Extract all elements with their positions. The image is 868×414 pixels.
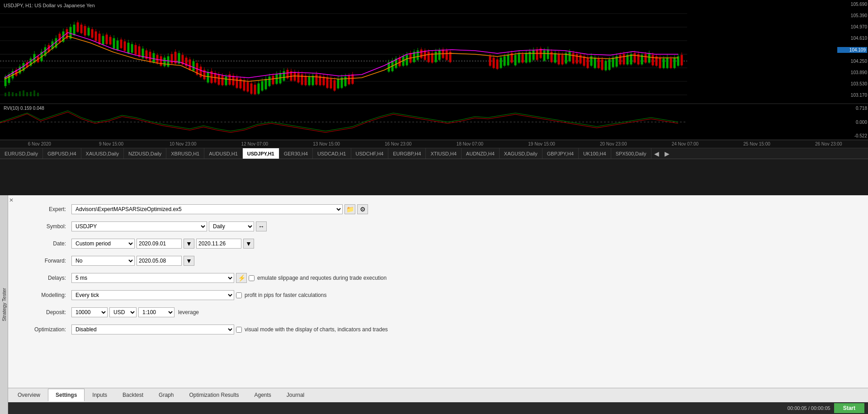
side-label-text: Strategy Tester [1, 288, 7, 321]
sym-tab-usdchf[interactable]: USDCHF,H4 [351, 148, 389, 159]
optimization-select[interactable]: Disabled Slow complete algorithm Fast ge… [71, 325, 234, 334]
symbol-row: Symbol: USDJPY Daily H1 H4 M1 M5 M15 M [26, 221, 850, 231]
sym-tab-gbpusd[interactable]: GBPUSD,H4 [43, 148, 81, 159]
emulate-slippage-checkbox[interactable] [249, 275, 255, 281]
tab-settings[interactable]: Settings [48, 389, 85, 401]
sym-tab-xauusd[interactable]: XAUUSD,Daily [81, 148, 124, 159]
sym-tab-xtiusd[interactable]: XTIUSD,H4 [426, 148, 461, 159]
symbol-sync-button[interactable]: ↔ [256, 221, 267, 231]
sym-tab-eurusd[interactable]: EURUSD,Daily [0, 148, 43, 159]
tester-inner: ✕ Expert: Advisors\ExpertMAPSARSizeOptim… [8, 195, 868, 402]
sym-tab-ger30[interactable]: GER30,H4 [279, 148, 313, 159]
sym-tab-gbpjpy[interactable]: GBPJPY,H4 [542, 148, 579, 159]
tester-content: ✕ Expert: Advisors\ExpertMAPSARSizeOptim… [8, 195, 868, 388]
deposit-label: Deposit: [26, 309, 71, 315]
profit-pips-label: profit in pips for faster calculations [245, 292, 326, 298]
forward-label: Forward: [26, 258, 71, 264]
svg-rect-355 [37, 93, 39, 96]
tab-journal[interactable]: Journal [279, 389, 312, 401]
sym-tab-usdjpy[interactable]: USDJPY,H1 [243, 148, 279, 159]
sym-tab-eurgbp[interactable]: EURGBP,H4 [388, 148, 426, 159]
chart-title: USDJPY, H1: US Dollar vs Japanese Yen [4, 3, 95, 8]
rvi-level-top: 0.718 [837, 106, 867, 111]
symbol-tabs: EURUSD,Daily GBPUSD,H4 XAUUSD,Daily NZDU… [0, 148, 868, 159]
sym-tab-xagusd[interactable]: XAGUSD,Daily [500, 148, 542, 159]
forward-date-input[interactable] [137, 256, 182, 266]
price-p4: 104.610 [837, 36, 867, 41]
symbol-label: Symbol: [26, 223, 71, 230]
expert-open-button[interactable]: 📁 [344, 204, 355, 214]
time-label-3: 12 Nov 07:00 [219, 141, 291, 146]
forward-row: Forward: No 1/2 1/4 Custom ▼ [26, 256, 850, 266]
period-select[interactable]: Daily H1 H4 M1 M5 M15 M30 [209, 221, 254, 231]
delays-select[interactable]: 5 ms No delays 1 ms 10 ms 50 ms 100 ms [71, 273, 234, 283]
sym-tab-usdcad[interactable]: USDCAD,H1 [313, 148, 351, 159]
price-p8: 103.170 [837, 93, 867, 98]
time-label-2: 10 Nov 23:00 [147, 141, 219, 146]
start-button[interactable]: Start [834, 403, 864, 413]
expert-select[interactable]: Advisors\ExpertMAPSARSizeOptimized.ex5 [71, 204, 343, 214]
expert-label: Expert: [26, 206, 71, 212]
forward-date-calendar[interactable]: ▼ [184, 256, 194, 266]
svg-rect-350 [19, 91, 21, 96]
svg-rect-352 [26, 92, 28, 96]
profit-pips-checkbox[interactable] [236, 292, 242, 298]
tab-agents[interactable]: Agents [247, 389, 279, 401]
svg-rect-351 [23, 90, 24, 96]
tab-optimization-results[interactable]: Optimization Results [181, 389, 246, 401]
date-from-calendar[interactable]: ▼ [184, 239, 194, 249]
price-p2: 105.390 [837, 13, 867, 18]
time-label-1: 9 Nov 15:00 [75, 141, 147, 146]
date-row: Date: Custom period All history Last 3 m… [26, 239, 850, 249]
sym-tab-uk100[interactable]: UK100,H4 [579, 148, 611, 159]
sym-tab-spx500[interactable]: SPX500,Daily [611, 148, 651, 159]
svg-rect-354 [33, 90, 35, 96]
delays-label: Delays: [26, 275, 71, 281]
visual-mode-label: visual mode with the display of charts, … [245, 326, 388, 333]
bottom-tabs: Overview Settings Inputs Backtest Graph … [8, 388, 868, 402]
delays-checkbox-row: emulate slippage and requotes during tra… [249, 275, 387, 281]
symbol-select[interactable]: USDJPY [71, 221, 207, 231]
delays-control: 5 ms No delays 1 ms 10 ms 50 ms 100 ms ⚡… [71, 273, 387, 283]
panel-close-button[interactable]: ✕ [9, 197, 14, 203]
forward-select[interactable]: No 1/2 1/4 Custom [71, 256, 135, 266]
symbol-control: USDJPY Daily H1 H4 M1 M5 M15 M30 ↔ [71, 221, 267, 231]
time-label-7: 19 Nov 15:00 [506, 141, 578, 146]
deposit-control: 10000 1000 5000 50000 100000 USD EUR GBP [71, 307, 199, 317]
sym-tab-xbrusd[interactable]: XBRUSD,H1 [166, 148, 204, 159]
time-label-11: 26 Nov 23:00 [793, 141, 864, 146]
date-from-input[interactable] [137, 239, 182, 249]
tab-overview[interactable]: Overview [10, 389, 48, 401]
date-to-calendar[interactable]: ▼ [243, 239, 254, 249]
visual-mode-checkbox[interactable] [236, 327, 242, 333]
date-label: Date: [26, 240, 71, 247]
tab-inputs[interactable]: Inputs [85, 389, 115, 401]
rvi-level-mid: 0.000 [837, 120, 867, 125]
date-mode-select[interactable]: Custom period All history Last 3 months … [71, 239, 135, 249]
panel-section: Strategy Tester ✕ Expert: Advisors\Exper… [0, 195, 868, 414]
expert-settings-button[interactable]: ⚙ [357, 204, 368, 214]
price-p1: 105.690 [837, 2, 867, 7]
tab-scroll-right[interactable]: ▶ [662, 149, 672, 158]
svg-rect-349 [15, 93, 17, 96]
sym-tab-audnzd[interactable]: AUDNZD,H4 [462, 148, 500, 159]
main-chart: USDJPY, H1: US Dollar vs Japanese Yen 10… [0, 0, 868, 104]
modelling-select[interactable]: Every tick Every tick based on real tick… [71, 290, 234, 300]
expert-row: Expert: Advisors\ExpertMAPSARSizeOptimiz… [26, 204, 850, 214]
price-p5: 104.250 [837, 59, 867, 64]
tab-graph[interactable]: Graph [151, 389, 181, 401]
svg-rect-353 [30, 92, 32, 96]
delays-row: Delays: 5 ms No delays 1 ms 10 ms 50 ms … [26, 273, 850, 283]
sym-tab-nzdusd[interactable]: NZDUSD,Daily [124, 148, 166, 159]
date-to-input[interactable] [196, 239, 241, 249]
price-axis: 105.690 105.390 104.970 104.610 104.109 … [836, 0, 868, 99]
leverage-select[interactable]: 1:100 1:50 1:200 1:500 [138, 307, 175, 317]
deposit-amount-select[interactable]: 10000 1000 5000 50000 100000 [71, 307, 108, 317]
deposit-currency-select[interactable]: USD EUR GBP [109, 307, 137, 317]
delays-icon-button[interactable]: ⚡ [236, 273, 247, 283]
tab-backtest[interactable]: Backtest [115, 389, 151, 401]
optimization-control: Disabled Slow complete algorithm Fast ge… [71, 325, 388, 334]
main-chart-svg [0, 0, 687, 104]
tab-scroll-left[interactable]: ◀ [651, 149, 662, 158]
sym-tab-audusd[interactable]: AUDUSD,H1 [204, 148, 243, 159]
